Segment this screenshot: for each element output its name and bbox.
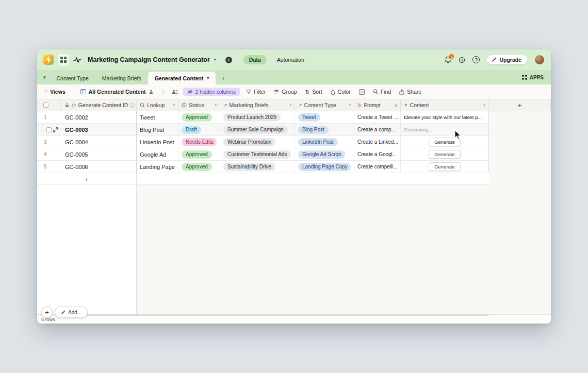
row-gutter[interactable]: 1: [37, 111, 61, 123]
table-row[interactable]: 1 GC-0002 Tweet Approved Product Launch …: [37, 111, 489, 124]
cell-content[interactable]: Generate: [401, 161, 489, 173]
add-table-button[interactable]: +: [216, 72, 231, 84]
table-row[interactable]: ⋮⋮ GC-0003 Blog Post Draft Summer Sale C…: [37, 124, 489, 136]
info-icon[interactable]: i: [225, 57, 232, 63]
cell-prompt[interactable]: Create a Googl...: [354, 148, 401, 160]
app-logo-icon[interactable]: [43, 55, 54, 65]
automation-tab-button[interactable]: Automation: [277, 57, 304, 63]
hidden-fields-button[interactable]: 2 hidden columns: [183, 88, 240, 96]
group-button[interactable]: Group: [272, 88, 299, 96]
horizontal-scrollbar[interactable]: [63, 314, 489, 316]
chevron-down-icon[interactable]: ▾: [483, 103, 485, 107]
chevron-down-icon[interactable]: ▾: [395, 103, 397, 108]
cell-lookup[interactable]: Tweet: [137, 111, 178, 123]
base-grid-icon[interactable]: [58, 54, 69, 65]
avatar[interactable]: [534, 55, 545, 65]
column-header-status[interactable]: Status ▾: [178, 99, 220, 111]
tab-marketing-briefs[interactable]: Marketing Briefs: [95, 72, 148, 84]
base-title[interactable]: Marketing Campaign Content Generator: [88, 56, 210, 63]
tab-generated-content[interactable]: Generated Content ▾: [148, 72, 216, 84]
column-header-prompt[interactable]: ↻ Prompt ▾: [354, 99, 401, 111]
view-options-icon[interactable]: ⋮: [160, 89, 167, 95]
cell-content-type[interactable]: Blog Post: [295, 124, 354, 135]
row-gutter[interactable]: ⋮⋮: [37, 124, 61, 135]
cell-prompt[interactable]: Create a Linked...: [354, 136, 401, 148]
expand-record-icon[interactable]: [53, 127, 58, 132]
chevron-down-icon[interactable]: ▾: [215, 103, 217, 107]
cell-generate-content-id[interactable]: GC-0004: [61, 136, 137, 148]
table-row[interactable]: 5 GC-0006 Landing Page Approved Sustaina…: [37, 161, 489, 173]
notifications-button[interactable]: 1: [445, 56, 451, 63]
collapse-tabs-icon[interactable]: ▾: [42, 75, 50, 80]
views-button[interactable]: ≡ Views: [42, 88, 68, 96]
cell-status[interactable]: Approved: [178, 161, 220, 173]
column-header-lookup[interactable]: Lookup ▾: [137, 99, 178, 111]
row-gutter[interactable]: 4: [37, 148, 61, 160]
add-more-button[interactable]: Add...: [55, 307, 88, 318]
chevron-down-icon[interactable]: ▾: [349, 103, 351, 107]
cell-lookup[interactable]: Google Ad: [137, 148, 178, 160]
chevron-down-icon[interactable]: ▾: [214, 58, 216, 62]
tab-content-type[interactable]: Content Type: [50, 72, 95, 84]
find-button[interactable]: Find: [371, 88, 393, 96]
cell-marketing-brief[interactable]: Sustainability Drive: [220, 161, 295, 173]
cell-content[interactable]: Generating...: [401, 124, 489, 135]
cell-prompt[interactable]: Create a Tweet ...: [354, 111, 401, 123]
row-checkbox[interactable]: [46, 127, 52, 132]
drag-handle-icon[interactable]: ⋮⋮: [39, 127, 45, 132]
add-row[interactable]: +: [37, 173, 489, 185]
cell-marketing-brief[interactable]: Summer Sale Campaign: [220, 124, 295, 135]
column-header-marketing-briefs[interactable]: ↗ Marketing Briefs ▾: [220, 99, 295, 111]
filter-button[interactable]: Filter: [244, 88, 268, 96]
color-button[interactable]: Color: [329, 88, 353, 96]
cell-content-type[interactable]: Google Ad Script: [295, 148, 354, 160]
cell-status[interactable]: Approved: [178, 111, 220, 123]
cell-content[interactable]: Generate: [401, 148, 489, 160]
upgrade-button[interactable]: Upgrade: [487, 55, 527, 64]
add-record-fab[interactable]: +: [41, 307, 53, 318]
chevron-down-icon[interactable]: ▾: [289, 103, 291, 107]
cell-marketing-brief[interactable]: Webinar Promotion: [220, 136, 295, 148]
apps-button[interactable]: APPS: [522, 75, 546, 80]
cell-generate-content-id[interactable]: GC-0005: [61, 148, 137, 160]
cell-lookup[interactable]: Landing Page: [137, 161, 178, 173]
sort-button[interactable]: ⇅ Sort: [303, 88, 324, 96]
cell-content-type[interactable]: Tweet: [295, 111, 354, 123]
checkbox[interactable]: [43, 103, 48, 108]
row-gutter[interactable]: 5: [37, 161, 61, 173]
cell-lookup[interactable]: Blog Post: [137, 124, 178, 135]
cell-content[interactable]: Elevate your style with our latest p...: [401, 111, 489, 123]
cell-marketing-brief[interactable]: Product Launch 2025: [220, 111, 295, 123]
column-header-content[interactable]: ✦ Content ▾: [401, 99, 489, 111]
add-column-button[interactable]: +: [489, 99, 551, 111]
collaborators-icon[interactable]: [171, 89, 179, 94]
column-header-content-type[interactable]: ↗ Content Type ▾: [295, 99, 354, 111]
cell-prompt[interactable]: Create a comp...: [354, 124, 401, 135]
cell-prompt[interactable]: Create compelli...: [354, 161, 401, 173]
row-height-button[interactable]: [357, 88, 367, 96]
cell-content-type[interactable]: LinkedIn Post: [295, 136, 354, 148]
cell-status[interactable]: Draft: [178, 124, 220, 135]
header-select-all[interactable]: [37, 99, 61, 111]
column-header-generate-content-id[interactable]: ƒx Generate Content ID i ▾: [61, 99, 137, 111]
cell-content-type[interactable]: Landing Page Copy: [295, 161, 354, 173]
current-view-button[interactable]: All Generated Content: [78, 88, 156, 96]
table-row[interactable]: 4 GC-0005 Google Ad Approved Customer Te…: [37, 148, 489, 161]
chevron-down-icon[interactable]: ▾: [173, 103, 175, 107]
cell-content[interactable]: Generate: [401, 136, 489, 148]
cell-status[interactable]: Approved: [178, 148, 220, 160]
generate-button[interactable]: Generate: [429, 150, 461, 159]
cell-generate-content-id[interactable]: GC-0003: [61, 124, 137, 135]
generate-button[interactable]: Generate: [429, 162, 461, 171]
add-row-button[interactable]: +: [37, 173, 137, 184]
cell-status[interactable]: Needs Edits: [178, 136, 220, 148]
cell-generate-content-id[interactable]: GC-0002: [61, 111, 137, 123]
data-tab-button[interactable]: Data: [243, 55, 267, 64]
cell-generate-content-id[interactable]: GC-0006: [61, 161, 137, 173]
share-button[interactable]: Share: [397, 88, 423, 96]
history-icon[interactable]: [459, 57, 465, 63]
table-row[interactable]: 3 GC-0004 LinkedIn Post Needs Edits Webi…: [37, 136, 489, 148]
help-button[interactable]: ?: [472, 56, 480, 63]
cell-lookup[interactable]: LinkedIn Post: [137, 136, 178, 148]
row-gutter[interactable]: 3: [37, 136, 61, 148]
